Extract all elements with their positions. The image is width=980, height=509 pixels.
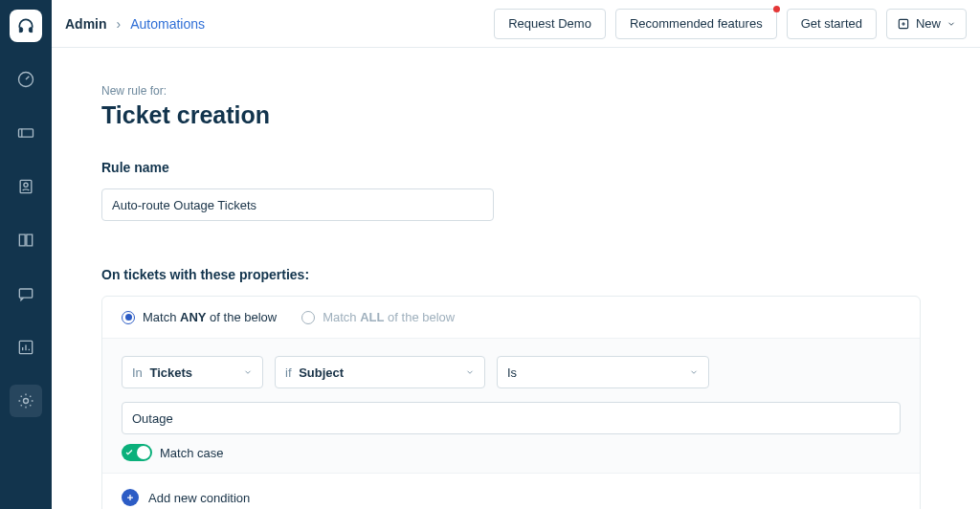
notification-dot-icon (773, 6, 780, 12)
gauge-icon (16, 70, 35, 89)
new-button[interactable]: New (886, 9, 967, 39)
gear-icon (16, 391, 35, 410)
new-button-label: New (916, 16, 941, 31)
main-area: Admin › Automations Request Demo Recomme… (52, 0, 980, 509)
condition-block: In Tickets if Subject Is (102, 338, 920, 473)
app-logo[interactable] (10, 10, 42, 42)
topbar: Admin › Automations Request Demo Recomme… (52, 0, 980, 48)
app-root: Admin › Automations Request Demo Recomme… (0, 0, 980, 509)
nav-tickets[interactable] (10, 117, 42, 149)
chevron-right-icon: › (117, 16, 122, 32)
match-type-row: Match ANY of the below Match ALL of the … (102, 297, 920, 338)
svg-point-3 (24, 183, 28, 187)
nav-reports[interactable] (10, 331, 42, 364)
person-icon (16, 177, 35, 196)
condition-field-select[interactable]: if Subject (275, 356, 485, 388)
check-icon (124, 448, 134, 457)
chevron-down-icon (947, 19, 956, 29)
properties-box: Match ANY of the below Match ALL of the … (101, 296, 921, 509)
condition-selectors: In Tickets if Subject Is (122, 356, 901, 388)
breadcrumb: Admin › Automations (65, 16, 205, 32)
bar-chart-icon (16, 338, 35, 357)
match-all-label: Match ALL of the below (323, 310, 455, 324)
page-title: Ticket creation (101, 101, 921, 129)
condition-entity-select[interactable]: In Tickets (122, 356, 263, 388)
match-any-radio[interactable]: Match ANY of the below (122, 310, 277, 324)
add-condition-button[interactable]: Add new condition (102, 473, 920, 509)
match-any-label: Match ANY of the below (143, 310, 277, 324)
nav-knowledge[interactable] (10, 224, 42, 256)
content: New rule for: Ticket creation Rule name … (52, 48, 970, 509)
svg-point-6 (24, 399, 29, 404)
breadcrumb-current[interactable]: Automations (130, 16, 205, 32)
rule-name-input[interactable] (101, 188, 494, 221)
chat-icon (16, 284, 35, 303)
radio-checked-icon (122, 311, 135, 324)
match-case-toggle[interactable] (122, 444, 152, 461)
chevron-down-icon (689, 367, 699, 377)
request-demo-button[interactable]: Request Demo (494, 9, 606, 39)
chevron-down-icon (243, 367, 253, 377)
match-case-row: Match case (122, 444, 901, 461)
chevron-down-icon (465, 367, 475, 377)
content-scroll[interactable]: New rule for: Ticket creation Rule name … (52, 48, 980, 509)
plus-square-icon (897, 17, 910, 31)
add-condition-label: Add new condition (148, 491, 250, 505)
nav-dashboard[interactable] (10, 63, 42, 96)
nav-admin[interactable] (10, 385, 42, 417)
get-started-button[interactable]: Get started (787, 9, 877, 39)
condition-value-row (122, 402, 901, 434)
nav-contacts[interactable] (10, 170, 42, 203)
rule-kicker: New rule for: (101, 84, 921, 98)
properties-section-label: On tickets with these properties: (101, 267, 921, 282)
nav-chat[interactable] (10, 277, 42, 310)
match-case-label: Match case (160, 446, 223, 460)
condition-value-input[interactable] (122, 402, 901, 434)
headphones-icon (16, 16, 35, 35)
svg-rect-1 (19, 129, 33, 137)
get-started-label: Get started (801, 16, 862, 31)
ticket-icon (16, 123, 35, 143)
book-icon (16, 231, 35, 250)
rule-name-label: Rule name (101, 160, 921, 175)
plus-circle-icon (122, 489, 139, 506)
breadcrumb-root[interactable]: Admin (65, 16, 107, 32)
svg-rect-4 (19, 289, 32, 298)
recommended-features-label: Recommended features (630, 16, 763, 31)
match-all-radio[interactable]: Match ALL of the below (301, 310, 455, 324)
condition-operator-select[interactable]: Is (497, 356, 709, 388)
sidebar (0, 0, 52, 509)
request-demo-label: Request Demo (508, 16, 591, 31)
radio-unchecked-icon (301, 311, 315, 324)
recommended-features-button[interactable]: Recommended features (615, 9, 777, 39)
